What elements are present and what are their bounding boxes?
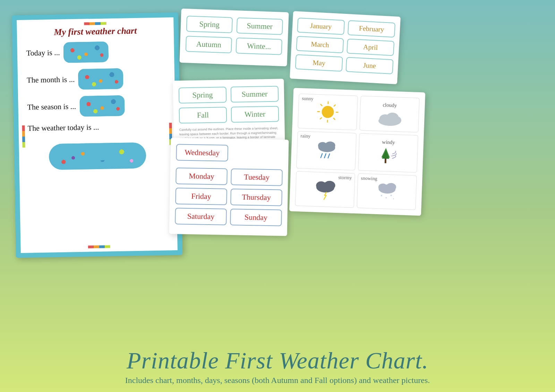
svg-text:*: * bbox=[385, 196, 387, 200]
days-row-1: Monday Tuesday bbox=[176, 167, 283, 186]
storm-icon bbox=[314, 178, 337, 201]
chart-title: My first weather chart bbox=[26, 25, 165, 38]
bubble-fish-pattern-2 bbox=[78, 68, 123, 90]
season-winter-2: Winter bbox=[231, 106, 279, 122]
days-row-2: Friday Thursday bbox=[175, 188, 282, 206]
season-label: The season is ... bbox=[27, 102, 76, 112]
day-monday: Monday bbox=[176, 167, 228, 185]
svg-line-17 bbox=[324, 154, 326, 158]
wind-icon bbox=[376, 145, 400, 168]
rainy-label: rainy bbox=[300, 133, 310, 139]
cloudy-label: cloudy bbox=[383, 102, 397, 108]
weather-windy: windy bbox=[358, 133, 418, 173]
bubble-fish-pattern-3 bbox=[79, 95, 125, 117]
stormy-label: stormy bbox=[338, 175, 352, 181]
seasons-row-1: Spring Summer bbox=[186, 16, 283, 35]
month-label: The month is ... bbox=[27, 75, 75, 85]
weather-cloud-bubble bbox=[49, 134, 146, 170]
day-saturday: Saturday bbox=[175, 208, 227, 225]
season-autumn: Autumn bbox=[185, 36, 232, 53]
day-thursday: Thursday bbox=[230, 189, 282, 206]
season-spring-2: Spring bbox=[179, 87, 227, 103]
weather-cloudy: cloudy bbox=[359, 96, 419, 132]
footer-title: Printable First Weather Chart. bbox=[0, 347, 555, 374]
month-june: June bbox=[345, 57, 393, 74]
months-row-3: May June bbox=[295, 54, 394, 75]
svg-line-16 bbox=[321, 153, 322, 157]
svg-line-18 bbox=[328, 154, 329, 158]
seasons-top-panel: Spring Summer Autumn Winte... bbox=[179, 9, 289, 67]
today-label: Today is ... bbox=[26, 48, 60, 58]
snow-icon: * * * * bbox=[375, 180, 398, 203]
month-february: February bbox=[348, 20, 395, 37]
weather-sunny: sunny bbox=[298, 94, 358, 130]
cloud-fish-fill bbox=[49, 142, 146, 170]
season-spring: Spring bbox=[186, 16, 233, 33]
month-bubble bbox=[78, 68, 123, 90]
days-row-3: Saturday Sunday bbox=[175, 208, 282, 226]
days-panel: Wednesday Monday Tuesday Friday Thursday… bbox=[169, 138, 289, 236]
sun-icon bbox=[315, 99, 340, 124]
months-panel: January February March April May June bbox=[290, 11, 401, 84]
cloud-icon bbox=[376, 108, 403, 128]
svg-line-5 bbox=[321, 104, 322, 106]
seasons-mid-row-2: Fall Winter bbox=[179, 106, 279, 123]
cloud-shape bbox=[49, 142, 146, 170]
chart-content: My first weather chart Today is ... The … bbox=[21, 21, 172, 174]
season-summer: Summer bbox=[236, 17, 283, 35]
wednesday-row: Wednesday bbox=[176, 144, 283, 166]
weather-icons-panel: sunny cloudy bbox=[289, 88, 425, 216]
weather-grid: sunny cloudy bbox=[295, 94, 419, 210]
season-bubble bbox=[79, 95, 125, 117]
svg-text:*: * bbox=[393, 197, 394, 201]
day-tuesday: Tuesday bbox=[231, 168, 283, 186]
sunny-label: sunny bbox=[302, 96, 314, 102]
svg-point-0 bbox=[322, 106, 334, 118]
seasons-mid-row-1: Spring Summer bbox=[179, 86, 279, 103]
day-friday: Friday bbox=[175, 188, 227, 205]
main-weather-chart: My first weather chart Today is ... The … bbox=[12, 12, 182, 258]
day-wednesday: Wednesday bbox=[176, 144, 228, 162]
season-winter-partial: Winte... bbox=[236, 37, 282, 55]
months-row-2: March April bbox=[296, 36, 394, 56]
weather-snowing: snowing * * * * bbox=[357, 173, 417, 210]
weather-label: The weather today is ... bbox=[27, 123, 99, 133]
today-bubble bbox=[63, 41, 109, 63]
season-fall: Fall bbox=[179, 107, 227, 123]
bubble-fish-pattern bbox=[63, 41, 109, 63]
day-sunday: Sunday bbox=[230, 209, 282, 226]
today-row: Today is ... bbox=[26, 41, 165, 64]
snowing-label: snowing bbox=[361, 175, 377, 182]
seasons-row-2: Autumn Winte... bbox=[185, 36, 282, 55]
svg-text:*: * bbox=[390, 193, 392, 199]
svg-text:*: * bbox=[380, 193, 382, 199]
svg-line-6 bbox=[333, 118, 335, 120]
svg-line-7 bbox=[334, 105, 335, 106]
month-row: The month is ... bbox=[27, 68, 166, 91]
month-may: May bbox=[295, 54, 343, 72]
weather-rainy: rainy bbox=[296, 131, 357, 171]
month-march: March bbox=[296, 36, 344, 53]
weather-stormy: stormy bbox=[295, 171, 355, 208]
season-summer-2: Summer bbox=[231, 86, 279, 102]
footer-subtitle: Includes chart, months, days, seasons (b… bbox=[0, 376, 555, 385]
svg-line-8 bbox=[320, 117, 322, 119]
rain-icon bbox=[315, 139, 338, 162]
month-january: January bbox=[297, 18, 345, 35]
weather-section: The weather today is ... bbox=[27, 122, 167, 171]
season-row: The season is ... bbox=[27, 95, 166, 118]
month-april: April bbox=[347, 38, 394, 56]
months-row-1: January February bbox=[297, 18, 395, 38]
footer-section: Printable First Weather Chart. Includes … bbox=[0, 347, 555, 385]
windy-label: windy bbox=[382, 139, 395, 145]
